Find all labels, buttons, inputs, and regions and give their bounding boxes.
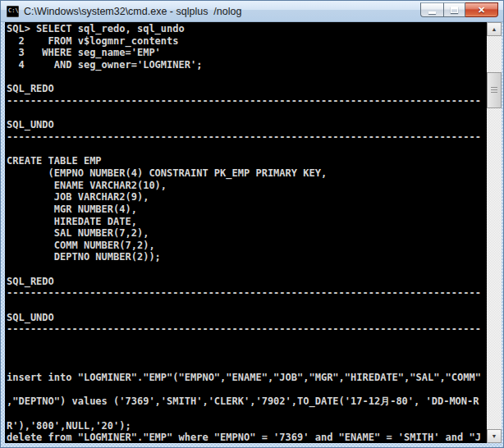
- console-line: 3 WHERE seg_name='EMP': [7, 47, 487, 59]
- cmd-window: C:\ C:\Windows\system32\cmd.exe - sqlplu…: [0, 0, 504, 448]
- console-line: ----------------------------------------…: [7, 323, 487, 336]
- console-line: [7, 336, 487, 348]
- maximize-icon: [451, 7, 458, 13]
- console-line: SQL> SELECT sql_redo, sql_undo: [7, 23, 487, 35]
- scroll-down-button[interactable]: ▼: [487, 429, 502, 443]
- console-line: SQL_UNDO: [7, 119, 487, 131]
- scrollbar-grip-icon: [491, 87, 497, 94]
- console-line: [7, 299, 487, 312]
- console-line: ,"DEPTNO") values ('7369','SMITH','CLERK…: [7, 395, 487, 408]
- console-line: [7, 348, 487, 360]
- console-line: JOB VARCHAR2(9),: [7, 191, 487, 203]
- console-line: [7, 107, 487, 120]
- console-line: ----------------------------------------…: [7, 287, 487, 299]
- console-line: CREATE TABLE EMP: [7, 155, 487, 167]
- window-controls: ✕: [420, 2, 498, 17]
- console-line: 2 FROM v$logmnr_contents: [7, 35, 487, 48]
- console-output[interactable]: SQL> SELECT sql_redo, sql_undo 2 FROM v$…: [5, 22, 487, 443]
- title-bar[interactable]: C:\ C:\Windows\system32\cmd.exe - sqlplu…: [1, 1, 503, 22]
- maximize-button[interactable]: [443, 2, 465, 17]
- console-line: ----------------------------------------…: [7, 131, 487, 144]
- console-line: (EMPNO NUMBER(4) CONSTRAINT PK_EMP PRIMA…: [7, 167, 487, 180]
- down-arrow-icon: ▼: [492, 433, 497, 439]
- up-arrow-icon: ▲: [492, 26, 497, 32]
- console-line: R'),'800',NULL,'20');: [7, 420, 487, 432]
- scroll-up-button[interactable]: ▲: [487, 22, 502, 36]
- close-button[interactable]: ✕: [465, 2, 498, 17]
- console-line: [7, 263, 487, 276]
- close-icon: ✕: [478, 6, 485, 15]
- console-line: [7, 408, 487, 420]
- console-line: SQL_UNDO: [7, 312, 487, 324]
- console-line: ENAME VARCHAR2(10),: [7, 180, 487, 192]
- console-text: SQL> SELECT sql_redo, sql_undo 2 FROM v$…: [5, 22, 487, 443]
- scrollbar-thumb[interactable]: [487, 72, 502, 108]
- console-line: [7, 359, 487, 372]
- console-line: SQL_REDO: [7, 83, 487, 95]
- minimize-icon: [428, 11, 436, 14]
- console-line: MGR NUMBER(4),: [7, 203, 487, 216]
- minimize-button[interactable]: [420, 2, 443, 17]
- console-line: DEPTNO NUMBER(2));: [7, 251, 487, 263]
- console-line: SAL NUMBER(7,2),: [7, 227, 487, 240]
- console-line: insert into "LOGMINER"."EMP"("EMPNO","EN…: [7, 372, 487, 384]
- console-line: delete from "LOGMINER"."EMP" where "EMPN…: [7, 432, 487, 443]
- cmd-icon[interactable]: C:\: [7, 6, 19, 17]
- console-line: 4 AND seg_owner='LOGMINER';: [7, 59, 487, 71]
- console-line: COMM NUMBER(7,2),: [7, 240, 487, 252]
- console-line: ----------------------------------------…: [7, 95, 487, 107]
- console-line: [7, 71, 487, 84]
- console-line: HIREDATE DATE,: [7, 216, 487, 228]
- vertical-scrollbar[interactable]: ▲ ▼: [487, 22, 502, 443]
- console-line: [7, 384, 487, 396]
- console-line: SQL_REDO: [7, 276, 487, 288]
- console-line: [7, 144, 487, 156]
